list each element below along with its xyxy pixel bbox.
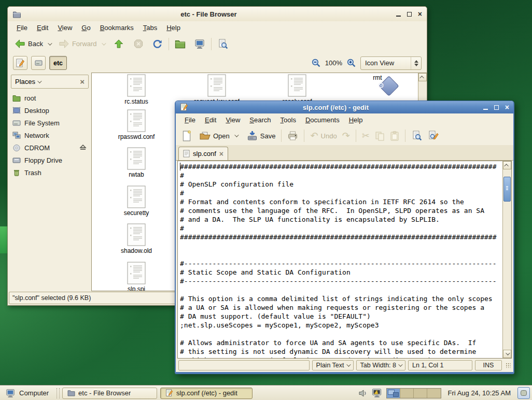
menu-item[interactable]: Documents — [301, 115, 344, 125]
sidebar-item-floppy[interactable]: Floppy Drive — [11, 154, 89, 166]
back-button[interactable]: Back — [12, 37, 46, 50]
reload-button[interactable] — [149, 37, 165, 50]
resize-grip[interactable] — [506, 363, 511, 368]
tab-slp-conf[interactable]: slp.conf × — [178, 147, 228, 160]
maximize-icon[interactable] — [494, 105, 499, 110]
workspace-switcher[interactable] — [386, 388, 441, 398]
file-item[interactable]: rpasswd.conf — [97, 109, 175, 140]
menu-item[interactable]: Edit — [32, 22, 53, 33]
eject-icon[interactable] — [79, 144, 89, 152]
path-button-etc[interactable]: etc — [49, 56, 67, 70]
zoom-out-icon[interactable] — [311, 58, 321, 68]
task-gedit[interactable]: slp.conf (/etc) - gedit — [160, 388, 253, 399]
menu-item[interactable]: Search — [245, 115, 275, 125]
sidebar-close-icon[interactable]: × — [80, 77, 85, 86]
sidebar-item-root[interactable]: root — [11, 92, 89, 104]
workspace-4[interactable] — [427, 389, 441, 398]
view-mode-spinner-icon[interactable] — [411, 57, 421, 69]
sidebar-item-desktop[interactable]: Desktop — [11, 104, 89, 117]
computer-button[interactable] — [191, 37, 208, 51]
undo-button[interactable]: ↶ Undo — [307, 130, 339, 142]
sidebar-item-trash[interactable]: Trash — [11, 166, 89, 179]
menu-item[interactable]: View — [53, 22, 77, 33]
computer-menu-button[interactable]: Computer — [2, 388, 54, 399]
menu-item[interactable]: File — [180, 115, 200, 125]
scroll-up-icon[interactable] — [418, 73, 427, 81]
sidebar-item-network[interactable]: Network — [11, 129, 89, 141]
menu-item[interactable]: Tools — [276, 115, 301, 125]
file-item[interactable]: ⚙ rmt — [339, 74, 416, 81]
maximize-icon[interactable] — [407, 12, 412, 17]
places-header[interactable]: Places × — [11, 75, 89, 89]
menu-item[interactable]: Help — [344, 115, 368, 125]
minimize-icon[interactable] — [396, 12, 401, 17]
home-button[interactable] — [172, 38, 188, 50]
scroll-down-icon[interactable] — [503, 350, 511, 358]
stop-button[interactable] — [131, 37, 146, 50]
file-browser-menubar: FileEditViewGoBookmarksTabsHelp — [8, 21, 427, 34]
insert-mode[interactable]: INS — [475, 360, 502, 370]
edit-location-button[interactable] — [13, 56, 27, 70]
menu-item[interactable]: Bookmarks — [95, 22, 138, 33]
file-label: rc.status — [97, 98, 175, 105]
editor-scrollbar[interactable] — [502, 161, 511, 358]
menu-item[interactable]: View — [221, 115, 245, 125]
replace-button[interactable] — [425, 129, 442, 142]
computer-icon — [194, 39, 205, 49]
new-document-button[interactable] — [179, 129, 194, 143]
file-item[interactable]: shadow.old — [97, 223, 175, 254]
search-button[interactable] — [215, 37, 231, 51]
tab-close-icon[interactable]: × — [219, 150, 223, 158]
cut-button[interactable]: ✂ — [359, 130, 372, 142]
close-icon[interactable]: × — [505, 105, 509, 110]
show-desktop-button[interactable] — [517, 387, 530, 399]
copy-button[interactable] — [372, 130, 387, 142]
menu-item[interactable]: Edit — [200, 115, 221, 125]
paste-button[interactable] — [387, 130, 402, 142]
forward-button[interactable]: Forward — [56, 37, 100, 50]
up-button[interactable] — [111, 37, 127, 50]
save-button[interactable]: Save — [244, 129, 278, 142]
menu-item[interactable]: Help — [162, 22, 185, 33]
redo-button[interactable]: ↷ — [340, 130, 353, 142]
workspace-3[interactable] — [414, 389, 427, 398]
menu-item[interactable]: Go — [77, 22, 95, 33]
clock[interactable]: Fri Aug 24, 10:25 AM — [448, 389, 511, 397]
gedit-toolbar: Open Save ↶ Undo ↷ ✂ — [176, 126, 513, 145]
zoom-in-icon[interactable] — [346, 58, 356, 68]
code-line: # OpenSLP configuration file — [180, 180, 502, 189]
file-item[interactable]: rc.status — [97, 74, 175, 105]
display-settings-icon[interactable] — [371, 388, 383, 398]
gedit-editor[interactable]: ########################################… — [177, 161, 512, 359]
menu-item[interactable]: Tabs — [138, 22, 162, 33]
file-browser-titlebar[interactable]: etc - File Browser × — [8, 7, 427, 21]
scroll-up-icon[interactable] — [503, 161, 511, 169]
close-icon[interactable]: × — [418, 11, 422, 17]
root-path-button[interactable] — [31, 56, 46, 70]
sidebar-item-cdrom[interactable]: CDROM — [11, 141, 89, 154]
file-item[interactable]: slp.spi — [97, 262, 175, 291]
file-item[interactable]: rwtab — [97, 147, 175, 178]
back-dropdown-icon[interactable] — [48, 41, 52, 45]
copy-icon — [375, 131, 385, 141]
workspace-2[interactable] — [400, 389, 414, 398]
folder-icon — [67, 390, 75, 396]
text-area[interactable]: ########################################… — [178, 161, 502, 358]
volume-icon[interactable] — [358, 389, 368, 397]
file-item[interactable]: securetty — [97, 185, 175, 217]
open-button[interactable]: Open — [197, 130, 240, 142]
open-dropdown-icon[interactable] — [234, 133, 239, 137]
language-select[interactable]: Plain Text — [312, 360, 354, 370]
gedit-titlebar[interactable]: slp.conf (/etc) - gedit × — [176, 101, 513, 113]
minimize-icon[interactable] — [483, 105, 488, 110]
print-button[interactable] — [285, 130, 301, 142]
workspace-1[interactable] — [387, 389, 400, 398]
menu-item[interactable]: File — [12, 22, 32, 33]
sidebar-item-filesystem[interactable]: File System — [11, 117, 89, 129]
scrollbar-thumb[interactable] — [503, 177, 511, 202]
view-mode-select[interactable]: Icon View — [360, 56, 422, 70]
forward-dropdown-icon[interactable] — [102, 41, 106, 45]
tab-width-select[interactable]: Tab Width: 8 — [356, 360, 405, 370]
find-button[interactable] — [409, 129, 425, 142]
task-file-browser[interactable]: etc - File Browser — [62, 388, 157, 399]
